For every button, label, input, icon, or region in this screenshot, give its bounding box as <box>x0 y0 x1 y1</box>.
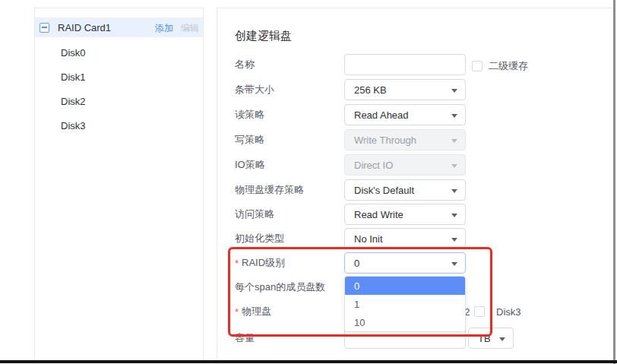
capacity-unit-select[interactable]: TB <box>468 328 514 349</box>
chevron-down-icon <box>451 139 457 143</box>
read-policy-label: 读策略 <box>235 104 264 125</box>
form-row-access-policy: 访问策略 Read Write <box>217 204 613 225</box>
secondary-cache-label: 二级缓存 <box>489 59 528 73</box>
chevron-down-icon <box>451 114 457 118</box>
chevron-down-icon <box>451 262 457 266</box>
read-policy-value: Read Ahead <box>354 109 409 121</box>
required-marker: * <box>235 306 239 318</box>
disk3-checkbox[interactable] <box>474 306 485 317</box>
io-policy-label: IO策略 <box>235 154 265 176</box>
tree-node-disk1[interactable]: Disk1 <box>35 67 203 87</box>
stripe-size-select[interactable]: 256 KB <box>344 79 466 100</box>
chevron-down-icon <box>451 189 457 193</box>
name-label: 名称 <box>235 54 255 75</box>
pd-cache-policy-select[interactable]: Disk's Default <box>344 179 466 201</box>
init-type-value: No Init <box>354 233 383 245</box>
write-policy-label: 写策略 <box>235 129 264 150</box>
form-row-io-policy: IO策略 Direct IO <box>217 154 613 176</box>
raid-tree-panel: RAID Card1 添加 编辑 Disk0 Disk1 Disk2 Disk3 <box>34 8 204 360</box>
form-row-pd-cache-policy: 物理盘缓存策略 Disk's Default <box>217 179 613 201</box>
form-row-name: 名称 二级缓存 <box>217 54 613 75</box>
raid-level-label: * RAID级别 <box>235 252 285 274</box>
dropdown-option-1[interactable]: 1 <box>345 295 465 313</box>
read-policy-select[interactable]: Read Ahead <box>344 104 466 125</box>
edit-link: 编辑 <box>181 22 199 35</box>
form-row-write-policy: 写策略 Write Through <box>217 129 613 150</box>
io-policy-value: Direct IO <box>354 160 393 171</box>
collapse-minus-icon[interactable] <box>40 23 49 33</box>
add-link[interactable]: 添加 <box>155 22 173 35</box>
form-row-init-type: 初始化类型 No Init <box>217 228 613 249</box>
span-members-label: 每个span的成员盘数 <box>235 277 325 298</box>
tree-node-disk3[interactable]: Disk3 <box>35 116 203 135</box>
physical-disks-label: * 物理盘 <box>235 301 271 322</box>
init-type-label: 初始化类型 <box>235 228 284 249</box>
capacity-label: 容量 <box>235 328 255 349</box>
secondary-cache-checkbox[interactable] <box>472 61 483 71</box>
required-marker: * <box>235 258 239 269</box>
chevron-down-icon <box>451 214 457 217</box>
chevron-down-icon <box>499 337 505 341</box>
screenshot-bottom-edge <box>0 360 617 363</box>
dropdown-option-0[interactable]: 0 <box>345 277 465 295</box>
tree-node-disk2[interactable]: Disk2 <box>35 91 203 111</box>
tree-node-disk0[interactable]: Disk0 <box>35 43 203 62</box>
raid-level-select[interactable]: 0 <box>344 252 466 274</box>
io-policy-select: Direct IO <box>344 154 466 176</box>
capacity-unit-value: TB <box>478 333 491 344</box>
dropdown-option-10[interactable]: 10 <box>345 313 465 331</box>
stripe-size-label: 条带大小 <box>235 79 274 100</box>
form-row-stripe-size: 条带大小 256 KB <box>217 79 613 100</box>
chevron-down-icon <box>451 238 457 242</box>
access-policy-label: 访问策略 <box>235 204 274 225</box>
form-row-read-policy: 读策略 Read Ahead <box>217 104 613 125</box>
form-row-raid-level: * RAID级别 0 <box>217 252 613 274</box>
pd-cache-policy-value: Disk's Default <box>354 185 414 196</box>
init-type-select[interactable]: No Init <box>344 228 466 249</box>
write-policy-select: Write Through <box>344 129 466 150</box>
disk3-checkbox-label: Disk3 <box>496 306 521 317</box>
chevron-down-icon <box>451 164 457 168</box>
page-title: 创建逻辑盘 <box>235 29 292 43</box>
tree-node-raid-card[interactable]: RAID Card1 添加 编辑 <box>35 17 203 37</box>
chevron-down-icon <box>451 89 457 93</box>
secondary-cache-option: 二级缓存 <box>472 59 528 73</box>
write-policy-value: Write Through <box>354 135 416 146</box>
pd-cache-policy-label: 物理盘缓存策略 <box>235 179 304 201</box>
tree-node-label: RAID Card1 <box>58 22 111 33</box>
access-policy-select[interactable]: Read Write <box>344 204 466 225</box>
stripe-size-value: 256 KB <box>354 84 387 96</box>
access-policy-value: Read Write <box>354 209 403 220</box>
screenshot-right-edge <box>613 0 615 364</box>
raid-level-dropdown-menu: 0 1 10 <box>344 276 466 332</box>
raid-level-value: 0 <box>354 258 359 269</box>
create-logical-disk-panel: 创建逻辑盘 名称 二级缓存 条带大小 256 KB 读策略 Read Ahead… <box>217 8 613 360</box>
name-input[interactable] <box>344 54 466 75</box>
